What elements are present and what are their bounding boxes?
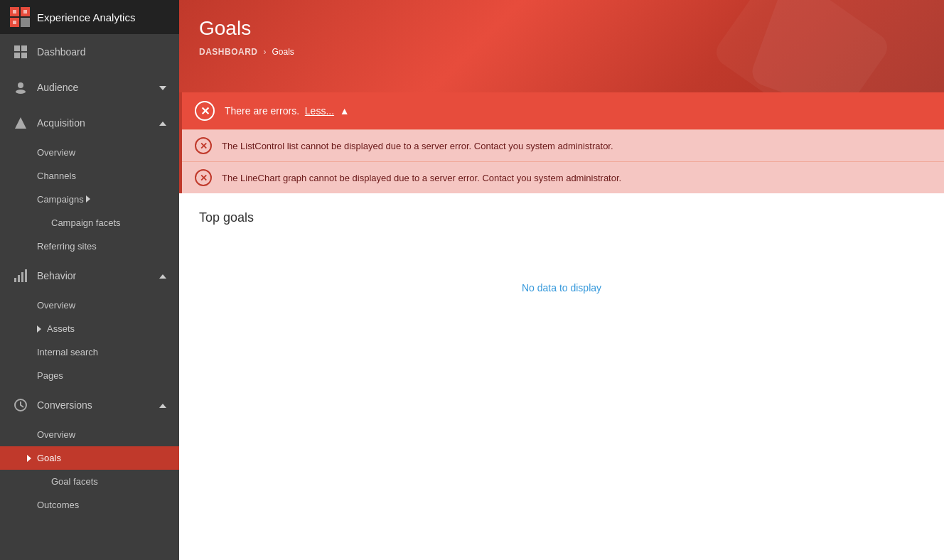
conversions-label: Conversions	[37, 399, 92, 411]
behavior-icon	[13, 268, 28, 284]
sidebar-item-goals[interactable]: Goals	[0, 446, 179, 470]
svg-rect-15	[18, 275, 20, 282]
conversions-chevron	[159, 402, 166, 409]
svg-point-11	[18, 82, 23, 88]
svg-marker-13	[15, 117, 26, 129]
breadcrumb-parent[interactable]: DASHBOARD	[199, 47, 258, 57]
app-title: Experience Analytics	[37, 11, 135, 23]
svg-rect-16	[21, 272, 23, 282]
svg-rect-17	[25, 269, 27, 282]
no-data-message: No data to display	[199, 239, 924, 336]
svg-rect-5	[23, 10, 27, 14]
sidebar-item-dashboard[interactable]: Dashboard	[0, 34, 179, 70]
breadcrumb-current: Goals	[272, 47, 294, 57]
sidebar-item-campaigns[interactable]: Campaigns	[0, 188, 179, 211]
error-detail-1-close[interactable]: ✕	[195, 137, 212, 154]
acquisition-label: Acquisition	[37, 117, 85, 129]
sidebar-item-outcomes[interactable]: Outcomes	[0, 493, 179, 517]
sidebar-item-referring-sites[interactable]: Referring sites	[0, 235, 179, 258]
error-main-banner: ✕ There are errors. Less... ▲	[182, 92, 944, 129]
svg-point-12	[16, 90, 26, 94]
acquisition-icon	[13, 115, 28, 131]
section-title: Top goals	[199, 210, 924, 225]
app-header: Experience Analytics	[0, 0, 179, 34]
svg-rect-8	[21, 45, 27, 51]
top-goals-section: Top goals No data to display	[179, 193, 944, 353]
dashboard-label: Dashboard	[37, 46, 86, 58]
acquisition-chevron	[159, 119, 166, 127]
sidebar-item-internal-search[interactable]: Internal search	[0, 340, 179, 364]
sidebar-item-overview-conv[interactable]: Overview	[0, 423, 179, 446]
dashboard-icon	[13, 44, 28, 60]
error-detail-2-text: The LineChart graph cannot be displayed …	[222, 173, 621, 183]
sidebar-item-acquisition[interactable]: Acquisition	[0, 105, 179, 141]
error-container: ✕ There are errors. Less... ▲ ✕ The List…	[179, 92, 944, 193]
svg-rect-6	[13, 21, 16, 24]
error-detail-1: ✕ The ListControl list cannot be display…	[182, 129, 944, 161]
behavior-label: Behavior	[37, 270, 76, 281]
page-title: Goals	[199, 17, 924, 40]
svg-rect-4	[13, 10, 16, 14]
sidebar-item-channels[interactable]: Channels	[0, 164, 179, 188]
sidebar-item-audience[interactable]: Audience	[0, 70, 179, 105]
audience-chevron	[159, 84, 166, 92]
sidebar: Experience Analytics Dashboard Audience	[0, 0, 179, 560]
audience-icon	[13, 80, 28, 95]
sidebar-item-pages[interactable]: Pages	[0, 364, 179, 387]
sidebar-item-behavior[interactable]: Behavior	[0, 258, 179, 294]
error-main-text: There are errors. Less... ▲	[225, 105, 350, 117]
app-logo	[10, 7, 30, 27]
sidebar-item-overview-beh[interactable]: Overview	[0, 294, 179, 317]
content-area: ✕ There are errors. Less... ▲ ✕ The List…	[179, 92, 944, 560]
breadcrumb: DASHBOARD › Goals	[199, 47, 924, 57]
error-detail-2: ✕ The LineChart graph cannot be displaye…	[182, 161, 944, 193]
goals-arrow	[27, 455, 31, 462]
main-content: Goals DASHBOARD › Goals ✕ There are erro…	[179, 0, 944, 560]
audience-label: Audience	[37, 82, 78, 93]
svg-rect-10	[21, 53, 27, 58]
sidebar-item-campaign-facets[interactable]: Campaign facets	[0, 211, 179, 235]
sidebar-item-overview-acq[interactable]: Overview	[0, 141, 179, 164]
sidebar-item-conversions[interactable]: Conversions	[0, 387, 179, 423]
error-close-button[interactable]: ✕	[195, 101, 215, 121]
svg-rect-14	[14, 278, 16, 282]
sidebar-item-assets[interactable]: Assets	[0, 317, 179, 340]
svg-rect-9	[14, 53, 20, 58]
error-less-link[interactable]: Less...	[305, 105, 334, 117]
behavior-chevron	[159, 272, 166, 280]
campaigns-chevron	[86, 194, 90, 205]
assets-chevron	[37, 325, 41, 333]
page-header: Goals DASHBOARD › Goals	[179, 0, 944, 92]
breadcrumb-separator: ›	[264, 47, 267, 57]
error-detail-1-text: The ListControl list cannot be displayed…	[222, 141, 613, 151]
error-detail-2-close[interactable]: ✕	[195, 169, 212, 186]
svg-rect-7	[14, 45, 20, 51]
svg-rect-3	[21, 18, 30, 27]
conversions-icon	[13, 397, 28, 413]
sidebar-item-goal-facets[interactable]: Goal facets	[0, 470, 179, 493]
